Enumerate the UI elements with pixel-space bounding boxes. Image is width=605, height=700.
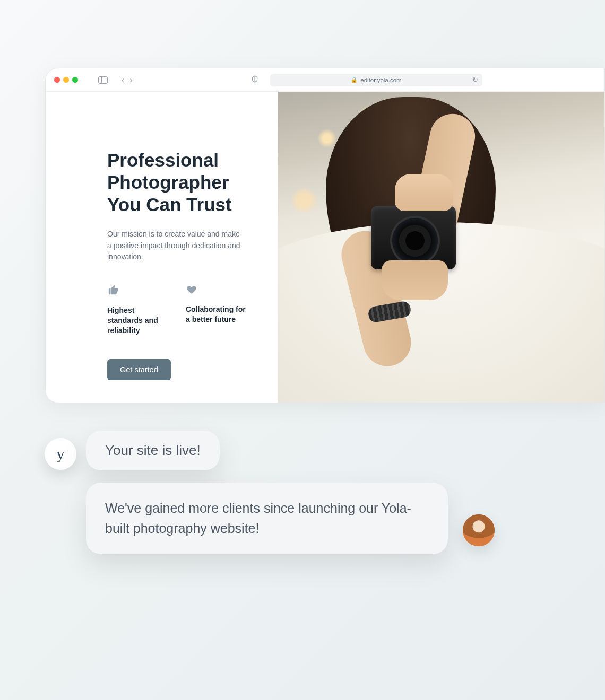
browser-toolbar: ‹ › 🔒 editor.yola.com ↻: [46, 68, 604, 92]
hero-left: Professional Photographer You Can Trust …: [46, 92, 278, 402]
refresh-icon[interactable]: ↻: [472, 76, 478, 84]
get-started-button[interactable]: Get started: [107, 359, 171, 380]
heading-line: Professional: [107, 150, 219, 170]
feature-collaborating: Collaborating for a better future: [186, 284, 249, 336]
user-message-bubble: We've gained more clients since launchin…: [86, 483, 448, 554]
window-controls: [54, 77, 78, 83]
nav-arrows: ‹ ›: [122, 75, 133, 85]
user-avatar: [463, 514, 495, 546]
thumbs-up-icon: [107, 284, 171, 298]
photographer-illustration: [278, 92, 604, 402]
maximize-window-button[interactable]: [72, 77, 78, 83]
features-row: Highest standards and reliability Collab…: [107, 284, 266, 336]
feature-standards: Highest standards and reliability: [107, 284, 171, 336]
minimize-window-button[interactable]: [63, 77, 69, 83]
hero-image: [278, 92, 604, 402]
lock-icon: 🔒: [351, 77, 357, 83]
address-bar[interactable]: 🔒 editor.yola.com ↻: [270, 74, 482, 86]
close-window-button[interactable]: [54, 77, 60, 83]
hero-heading: Professional Photographer You Can Trust: [107, 149, 266, 216]
ai-message-bubble: Your site is live!: [86, 431, 220, 470]
heart-icon: [186, 284, 249, 297]
ai-avatar-letter: y: [57, 445, 65, 463]
heading-line: Photographer: [107, 172, 229, 192]
feature-text: Collaborating for a better future: [186, 304, 249, 325]
privacy-shield-icon[interactable]: [251, 75, 258, 85]
sidebar-toggle-icon[interactable]: [98, 76, 108, 84]
forward-button[interactable]: ›: [129, 75, 132, 85]
url-text: editor.yola.com: [360, 77, 401, 83]
feature-text: Highest standards and reliability: [107, 305, 171, 336]
user-message-text: We've gained more clients since launchin…: [105, 498, 429, 538]
ai-avatar: y: [45, 438, 76, 470]
page-content: Professional Photographer You Can Trust …: [46, 92, 604, 402]
heading-line: You Can Trust: [107, 194, 232, 215]
ai-message-text: Your site is live!: [105, 442, 201, 459]
browser-window: ‹ › 🔒 editor.yola.com ↻ Professional Pho…: [45, 68, 605, 403]
back-button[interactable]: ‹: [122, 75, 124, 85]
hero-mission: Our mission is to create value and make …: [107, 229, 245, 263]
